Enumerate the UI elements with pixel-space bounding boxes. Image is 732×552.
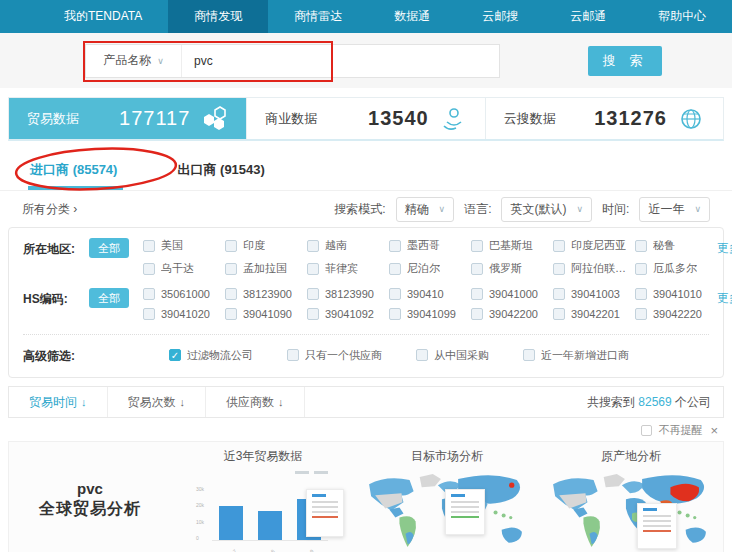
checkbox-box[interactable] [307,240,319,252]
checkbox-box[interactable] [389,288,401,300]
checkbox-box[interactable] [307,263,319,275]
checkbox-label: 秘鲁 [653,238,675,253]
checkbox-box[interactable] [307,288,319,300]
filter-checkbox[interactable]: 39042200 [471,308,553,320]
filter-checkbox[interactable]: 39042220 [635,308,717,320]
filter-checkbox[interactable]: 390410 [389,288,471,300]
region-more-link[interactable]: 更多 ∨ [717,238,732,284]
sort-trade-time[interactable]: 贸易时间↓ [9,387,108,417]
checkbox-box[interactable] [307,308,319,320]
checkbox-box[interactable] [225,308,237,320]
checkbox-box[interactable] [635,263,647,275]
filter-checkbox[interactable]: 38123900 [225,288,307,300]
filter-checkbox[interactable]: 美国 [143,238,225,253]
checkbox-box[interactable] [523,349,535,361]
filter-checkbox[interactable]: 巴基斯坦 [471,238,553,253]
language-select[interactable]: 英文(默认)∨ [501,197,592,222]
filter-checkbox[interactable]: 39041010 [635,288,717,300]
checkbox-box[interactable] [143,240,155,252]
stat-cloud-data[interactable]: 云搜数据 131276 [486,98,723,139]
nav-item-radar[interactable]: 商情雷达 [268,0,368,33]
checkbox-box[interactable] [471,263,483,275]
checkbox-box[interactable] [471,240,483,252]
mode-select[interactable]: 精确∨ [396,197,455,222]
search-input[interactable] [182,45,499,77]
filter-checkbox[interactable]: 菲律宾 [307,261,389,276]
checkbox-box[interactable] [635,240,647,252]
hs-more-link[interactable]: 更多 ∨ [717,288,732,328]
search-category-dropdown[interactable]: 产品名称 ∨ [86,45,182,77]
checkbox-label: 厄瓜多尔 [653,261,697,276]
all-categories-link[interactable]: 所有分类 › [22,201,77,218]
time-select[interactable]: 近一年∨ [639,197,710,222]
tab-count: (85574) [73,162,118,177]
filter-checkbox[interactable]: 乌干达 [143,261,225,276]
nav-item-mailsearch[interactable]: 云邮搜 [456,0,544,33]
checkbox-box[interactable] [389,240,401,252]
checkbox-box[interactable] [553,263,565,275]
nav-item-help[interactable]: 帮助中心 [632,0,732,33]
result-number: 82569 [638,395,671,409]
nav-item-my-tendata[interactable]: 我的TENDATA [38,0,168,33]
nav-item-discovery[interactable]: 商情发现 [168,0,268,33]
tab-importer[interactable]: 进口商 (85574) [30,149,117,190]
filter-checkbox[interactable]: 阿拉伯联合... [553,261,635,276]
filter-checkbox[interactable]: 尼泊尔 [389,261,471,276]
dismiss-checkbox[interactable] [641,425,652,436]
tab-exporter[interactable]: 出口商 (91543) [177,149,264,190]
stat-business-data[interactable]: 商业数据 13540 [247,98,485,139]
filter-checkbox[interactable]: 39041003 [553,288,635,300]
filter-checkbox[interactable]: 只有一个供应商 [287,345,382,365]
checkbox-box[interactable] [635,308,647,320]
search-button[interactable]: 搜 索 [588,46,662,76]
checkbox-box[interactable] [143,308,155,320]
checkbox-box[interactable] [225,288,237,300]
target-market-section: 目标市场分析 [355,442,539,552]
region-all-badge[interactable]: 全部 [89,238,129,258]
close-icon[interactable]: × [710,423,718,438]
filter-checkbox[interactable]: 厄瓜多尔 [635,261,717,276]
checkbox-box[interactable] [635,288,647,300]
sort-trade-count[interactable]: 贸易次数↓ [108,387,207,417]
checkbox-box[interactable] [225,263,237,275]
nav-item-datahub[interactable]: 数据通 [368,0,456,33]
checkbox-box[interactable] [143,263,155,275]
stat-trade-data[interactable]: 贸易数据 177117 [9,98,247,139]
checkbox-box[interactable] [553,308,565,320]
filter-checkbox[interactable]: 39042201 [553,308,635,320]
checkbox-label: 39042201 [571,308,620,320]
checkbox-box[interactable] [389,308,401,320]
options-row: 所有分类 › 搜索模式: 精确∨ 语言: 英文(默认)∨ 时间: 近一年∨ [0,191,732,227]
checkbox-box[interactable] [553,288,565,300]
checkbox-box[interactable] [389,263,401,275]
filter-checkbox[interactable]: 俄罗斯 [471,261,553,276]
filter-checkbox[interactable]: 越南 [307,238,389,253]
filter-checkbox[interactable]: 38123990 [307,288,389,300]
checkbox-box[interactable] [416,349,428,361]
hs-all-badge[interactable]: 全部 [89,288,129,308]
filter-checkbox[interactable]: 39041099 [389,308,471,320]
filter-checkbox[interactable]: 39041020 [143,308,225,320]
filter-checkbox[interactable]: 墨西哥 [389,238,471,253]
sort-supplier-count[interactable]: 供应商数↓ [206,387,305,417]
filter-checkbox[interactable]: 从中国采购 [416,345,489,365]
checkbox-box[interactable] [471,288,483,300]
filter-checkbox[interactable]: 近一年新增进口商 [523,345,629,365]
checkbox-box[interactable] [287,349,299,361]
checkbox-box[interactable] [225,240,237,252]
filter-checkbox[interactable]: 秘鲁 [635,238,717,253]
checkbox-box[interactable] [143,288,155,300]
filter-checkbox[interactable]: 孟加拉国 [225,261,307,276]
filter-checkbox[interactable]: 印度尼西亚 [553,238,635,253]
filter-checkbox[interactable]: 印度 [225,238,307,253]
checkbox-box-checked[interactable]: ✓ [169,349,181,361]
filter-checkbox[interactable]: ✓过滤物流公司 [169,345,253,365]
time-value: 近一年 [648,201,684,218]
filter-checkbox[interactable]: 39041000 [471,288,553,300]
nav-item-mailhub[interactable]: 云邮通 [544,0,632,33]
filter-checkbox[interactable]: 35061000 [143,288,225,300]
filter-checkbox[interactable]: 39041092 [307,308,389,320]
checkbox-box[interactable] [553,240,565,252]
filter-checkbox[interactable]: 39041090 [225,308,307,320]
checkbox-box[interactable] [471,308,483,320]
